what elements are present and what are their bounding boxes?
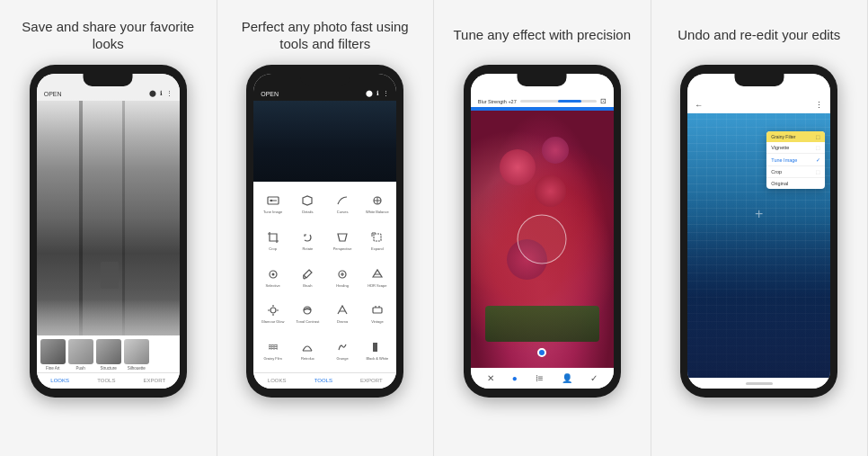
- nav-export-2[interactable]: EXPORT: [360, 378, 383, 383]
- tool-brush[interactable]: Brush: [290, 259, 325, 296]
- tool-rotate-label: Rotate: [302, 247, 313, 252]
- dropdown-item-vignette[interactable]: Vignette ⬚: [766, 142, 825, 154]
- vintage-icon: [369, 302, 385, 318]
- filter-thumb-2[interactable]: [68, 339, 93, 364]
- panel-1-title: Save and share your favorite looks: [9, 16, 208, 54]
- nav-looks-1[interactable]: LOOKS: [50, 378, 69, 383]
- sliders-btn[interactable]: ⁞≡: [536, 373, 544, 383]
- tool-grainy[interactable]: Grainy Film: [255, 332, 290, 369]
- tool-perspective[interactable]: Perspective: [325, 222, 360, 259]
- filter-label-3: Silhouette: [124, 366, 149, 371]
- tool-healing[interactable]: Healing: [325, 259, 360, 296]
- phone-3: Blur Strength +27 ⊡: [464, 65, 621, 398]
- tool-crop-label: Crop: [269, 247, 277, 252]
- back-icon[interactable]: ←: [695, 90, 703, 110]
- more-icon-4[interactable]: ⋮: [815, 90, 823, 110]
- notch-4: [734, 74, 784, 86]
- panel-4: Undo and re-edit your edits ← ⋮ + Grainy…: [651, 0, 869, 456]
- tool-drama-label: Drama: [337, 320, 348, 325]
- dropdown-item-original[interactable]: Original: [766, 178, 825, 189]
- photo-bw: [37, 101, 180, 335]
- tool-retrolux-label: Retrolux: [301, 357, 314, 362]
- tool-tune-image[interactable]: Tune Image: [255, 185, 290, 222]
- handle-bar: [746, 382, 773, 385]
- bottom-handle: [687, 378, 830, 389]
- tool-grunge[interactable]: Grunge: [325, 332, 360, 369]
- tool-perspective-label: Perspective: [333, 247, 352, 252]
- tune-dot[interactable]: [537, 348, 546, 357]
- item-label-3: Original: [771, 181, 788, 186]
- notch-3: [518, 74, 567, 86]
- svg-point-6: [271, 273, 274, 275]
- panel-3-title: Tune any effect with precision: [453, 16, 631, 54]
- item-icon-0: ⬚: [816, 145, 820, 150]
- tool-details[interactable]: Details: [290, 185, 325, 222]
- panel-4-title: Undo and re-edit your edits: [678, 16, 840, 54]
- cancel-btn[interactable]: ✕: [487, 373, 494, 383]
- item-icon-2: ⬚: [816, 169, 820, 174]
- tune-circle: [518, 215, 567, 264]
- filter-thumb-3[interactable]: [96, 339, 121, 364]
- tool-selective[interactable]: Selective: [255, 259, 290, 296]
- tool-vintage[interactable]: Vintage: [360, 295, 395, 332]
- tool-drama[interactable]: Drama: [325, 295, 360, 332]
- nav-export-1[interactable]: EXPORT: [144, 378, 166, 383]
- item-check-1: ✓: [816, 156, 820, 163]
- tool-bw[interactable]: Black & White: [360, 332, 395, 369]
- tool-hdr[interactable]: HDR Scape: [360, 259, 395, 296]
- svg-rect-13: [377, 343, 382, 352]
- tool-rotate[interactable]: Rotate: [290, 222, 325, 259]
- confirm-btn[interactable]: ✓: [590, 373, 598, 383]
- camera-icon: ⬤: [149, 90, 156, 97]
- item-label-1: Tune Image: [771, 157, 797, 163]
- tool-curves[interactable]: Curves: [325, 185, 360, 222]
- info-icon-2: ℹ: [376, 90, 379, 97]
- person-btn[interactable]: 👤: [562, 373, 572, 383]
- tool-tonal-label: Tonal Contrast: [296, 320, 319, 325]
- circle-btn[interactable]: ●: [512, 373, 518, 383]
- filter-label-2: Structure: [96, 366, 121, 371]
- phone-1: OPEN ⬤ ℹ ⋮ F: [30, 65, 187, 398]
- bw-icon: [369, 339, 385, 355]
- slider-label: Blur Strength +27: [478, 90, 517, 104]
- perspective-icon: [334, 229, 350, 246]
- notch-2: [300, 74, 350, 86]
- slider-bar[interactable]: [520, 100, 597, 103]
- phone4-photo: + Grainy Filter ⬚ Vignette ⬚ Tune Image …: [687, 113, 830, 378]
- more-icon: ⋮: [166, 90, 173, 97]
- tools-grid: Tune Image Details: [253, 182, 396, 372]
- tool-bw-label: Black & White: [366, 357, 388, 362]
- nav-tools-2[interactable]: TOOLS: [314, 378, 332, 383]
- phone1-bottombar: LOOKS TOOLS EXPORT: [37, 372, 180, 389]
- tool-expand[interactable]: Expand: [360, 222, 395, 259]
- filter-thumb-1[interactable]: [40, 339, 66, 364]
- retrolux-icon: [299, 339, 315, 355]
- dropdown-item-tune[interactable]: Tune Image ✓: [766, 154, 825, 166]
- tool-glamour[interactable]: Glamour Glow: [255, 295, 290, 332]
- tonal-icon: [299, 302, 315, 318]
- tool-tonal[interactable]: Tonal Contrast: [290, 295, 325, 332]
- tool-expand-label: Expand: [371, 247, 384, 252]
- filter-thumb-4[interactable]: [124, 339, 149, 364]
- slider-fill: [558, 100, 581, 103]
- phone-4-screen: ← ⋮ + Grainy Filter ⬚ Vignette: [687, 74, 830, 389]
- nav-tools-1[interactable]: TOOLS: [97, 378, 115, 383]
- tune-image-icon: [265, 192, 281, 209]
- flower-2: [535, 175, 566, 207]
- item-label-0: Vignette: [771, 145, 789, 150]
- nav-looks-2[interactable]: LOOKS: [268, 378, 287, 383]
- info-icon: ℹ: [160, 90, 163, 97]
- tool-white-balance[interactable]: White Balance: [360, 185, 395, 222]
- grunge-icon: [334, 339, 350, 355]
- details-icon: [299, 192, 315, 209]
- tool-retrolux[interactable]: Retrolux: [290, 332, 325, 369]
- tool-vintage-label: Vintage: [371, 320, 384, 325]
- crop-icon: [265, 229, 281, 246]
- tool-grunge-label: Grunge: [336, 357, 348, 362]
- selective-icon: [265, 266, 281, 282]
- flower-1: [500, 149, 536, 185]
- tool-crop[interactable]: Crop: [255, 222, 290, 259]
- camera-icon-2: ⬤: [366, 90, 373, 97]
- expand-icon: [369, 229, 385, 246]
- dropdown-item-crop[interactable]: Crop ⬚: [766, 166, 825, 178]
